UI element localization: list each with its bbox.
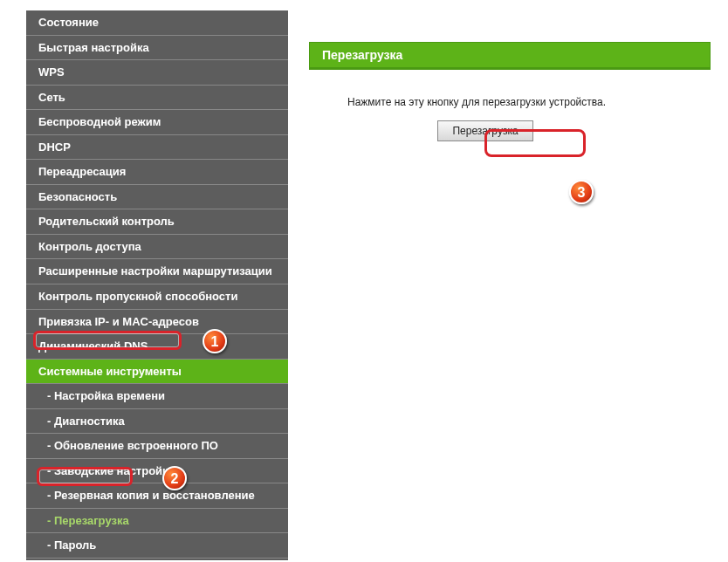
sidebar-sub-reboot[interactable]: - Перезагрузка xyxy=(26,509,288,534)
sidebar-sub-diagnostics[interactable]: - Диагностика xyxy=(26,409,288,435)
main-content: Перезагрузка Нажмите на эту кнопку для п… xyxy=(288,10,728,562)
sidebar-item-parental[interactable]: Родительский контроль xyxy=(26,209,288,235)
sidebar-item-ipmac[interactable]: Привязка IP- и MAC-адресов xyxy=(26,310,288,335)
sidebar-sub-syslog[interactable]: - Системный журнал xyxy=(26,559,288,562)
sidebar-item-network[interactable]: Сеть xyxy=(26,86,288,111)
sidebar-sub-password[interactable]: - Пароль xyxy=(26,533,288,559)
annotation-callout-2: 2 xyxy=(162,466,187,490)
annotation-callout-1: 1 xyxy=(203,329,227,353)
sidebar-menu: Состояние Быстрая настройка WPS Сеть Бес… xyxy=(26,10,288,560)
sidebar-item-bandwidth[interactable]: Контроль пропускной способности xyxy=(26,284,288,310)
sidebar-item-quick-setup[interactable]: Быстрая настройка xyxy=(26,36,288,61)
instruction-text: Нажмите на эту кнопку для перезагрузки у… xyxy=(347,96,693,108)
annotation-callout-3: 3 xyxy=(569,180,594,204)
page-title: Перезагрузка xyxy=(309,42,711,68)
sidebar-item-dhcp[interactable]: DHCP xyxy=(26,135,288,161)
sidebar-item-routing[interactable]: Расширенные настройки маршрутизации xyxy=(26,259,288,284)
sidebar-item-ddns[interactable]: Динамический DNS xyxy=(26,334,288,360)
sidebar-item-access-control[interactable]: Контроль доступа xyxy=(26,235,288,260)
sidebar-sub-firmware[interactable]: - Обновление встроенного ПО xyxy=(26,434,288,459)
sidebar-item-wireless[interactable]: Беспроводной режим xyxy=(26,110,288,135)
sidebar-item-security[interactable]: Безопасность xyxy=(26,185,288,210)
sidebar-item-forwarding[interactable]: Переадресация xyxy=(26,160,288,185)
sidebar-item-status[interactable]: Состояние xyxy=(26,10,288,36)
reboot-button[interactable]: Перезагрузка xyxy=(437,120,532,141)
sidebar-item-wps[interactable]: WPS xyxy=(26,60,288,86)
sidebar-item-system-tools[interactable]: Системные инструменты xyxy=(26,360,288,385)
sidebar-sub-backup[interactable]: - Резервная копия и восстановление xyxy=(26,483,288,509)
sidebar-sub-factory[interactable]: - Заводские настройки xyxy=(26,459,288,484)
sidebar-sub-time[interactable]: - Настройка времени xyxy=(26,384,288,409)
